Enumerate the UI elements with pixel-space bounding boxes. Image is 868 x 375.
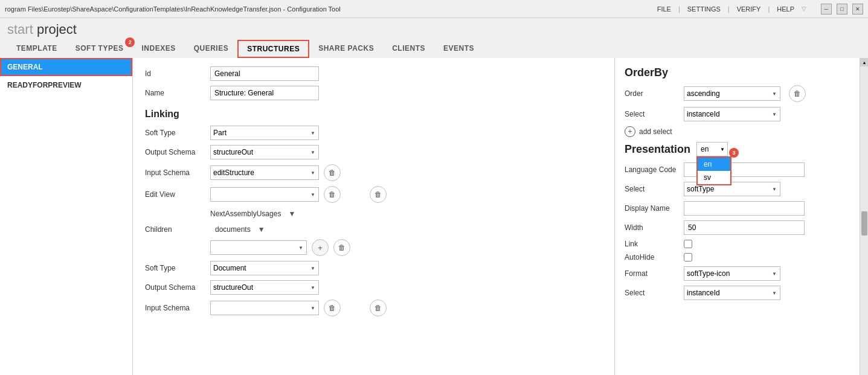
orderby-title: OrderBy <box>625 66 846 79</box>
id-row: Id <box>145 66 602 81</box>
display-name-label: Display Name <box>625 204 679 213</box>
select-label: Select <box>625 110 679 118</box>
input-schema-label: Input Schema <box>145 168 205 177</box>
sidebar-item-general[interactable]: GENERAL <box>0 58 132 76</box>
title-bar: rogram Files\Eurostep\ShareAspace\Config… <box>0 0 868 18</box>
menu-separator2: | <box>728 5 730 13</box>
select2-row: Select softType <box>625 182 846 196</box>
soft-type-label: Soft Type <box>145 129 205 137</box>
display-name-input[interactable] <box>684 201 805 216</box>
orderby-delete-button[interactable]: 🗑 <box>789 85 806 102</box>
output-schema2-select[interactable]: structureOut <box>210 280 319 295</box>
menu-help[interactable]: HELP <box>777 5 794 13</box>
tab-queries[interactable]: QUERIES <box>185 40 238 58</box>
tab-indexes[interactable]: INDEXES <box>132 40 184 58</box>
soft-type-row: Soft Type Part <box>145 126 602 140</box>
soft-type-select-wrapper: Part <box>210 126 319 140</box>
input-schema-delete-button[interactable]: 🗑 <box>324 164 341 181</box>
width-input[interactable] <box>684 220 805 235</box>
input-schema-row: Input Schema editStructure 🗑 <box>145 164 602 181</box>
next-assembly-text: NextAssemblyUsages <box>210 210 281 218</box>
edit-view-select[interactable] <box>210 187 319 202</box>
name-input[interactable] <box>210 86 319 100</box>
linking-delete-button[interactable]: 🗑 <box>370 186 387 203</box>
id-label: Id <box>145 69 205 78</box>
input-schema-select[interactable]: editStructure <box>210 165 319 180</box>
order-select[interactable]: ascending <box>684 86 780 101</box>
lang-option-sv[interactable]: sv <box>698 171 730 184</box>
lang-option-en[interactable]: en <box>698 158 730 171</box>
window-controls: ─ □ ✕ <box>821 4 863 14</box>
lang-badge: 3 <box>729 148 739 158</box>
tab-template[interactable]: TEMPLATE <box>7 40 66 58</box>
maximize-button[interactable]: □ <box>837 4 847 14</box>
input-schema2-delete-button[interactable]: 🗑 <box>324 300 341 316</box>
menu-verify[interactable]: VERIFY <box>737 5 761 13</box>
output-schema-select[interactable]: structureOut <box>210 145 319 159</box>
soft-type-select[interactable]: Part <box>210 126 319 140</box>
close-button[interactable]: ✕ <box>852 4 863 14</box>
format-row: Format softType-icon <box>625 266 846 281</box>
next-assembly-filter-icon[interactable]: ▼ <box>286 208 298 220</box>
next-assembly-row: NextAssemblyUsages ▼ <box>145 208 602 220</box>
input-schema2-label: Input Schema <box>145 304 205 312</box>
select3-select[interactable]: instanceId <box>684 286 780 300</box>
select-select[interactable]: instanceId <box>684 107 780 121</box>
add-select-label: add select <box>639 127 672 136</box>
lang-select-button[interactable]: en ▼ <box>696 142 728 156</box>
linking2-delete-button[interactable]: 🗑 <box>370 300 387 316</box>
children-select[interactable] <box>210 240 307 255</box>
width-row: Width <box>625 220 846 235</box>
order-row: Order ascending 🗑 <box>625 85 846 102</box>
documents-text: documents <box>215 225 251 234</box>
format-label: Format <box>625 269 679 278</box>
select-select-wrapper: instanceId <box>684 107 780 121</box>
input-schema2-select-wrapper <box>210 301 319 315</box>
tab-events[interactable]: EVENTS <box>434 40 483 58</box>
output-schema2-label: Output Schema <box>145 283 205 292</box>
tab-share-packs[interactable]: SHARE PACKS <box>309 40 383 58</box>
lang-dropdown-wrapper[interactable]: en ▼ 3 en sv <box>696 142 728 156</box>
scroll-up-arrow[interactable]: ▲ <box>860 58 868 66</box>
name-row: Name <box>145 86 602 100</box>
menu-separator: | <box>678 5 680 13</box>
tab-clients[interactable]: CLIENTS <box>383 40 434 58</box>
soft-type2-select[interactable]: Document <box>210 261 319 275</box>
autohide-checkbox[interactable] <box>684 253 692 261</box>
children-add-button[interactable]: + <box>312 239 329 256</box>
title-start: start <box>7 22 33 37</box>
sidebar-item-readyforpreview[interactable]: READYFORPREVIEW <box>0 76 132 94</box>
tab-soft-types[interactable]: SOFT TYPES 2 <box>66 40 133 58</box>
content-area: Id Name Linking Soft Type Part Output Sc… <box>133 58 614 375</box>
link-checkbox[interactable] <box>684 240 692 248</box>
display-name-row: Display Name <box>625 201 846 216</box>
children-row: Children documents ▼ <box>145 223 602 236</box>
menu-file[interactable]: FILE <box>657 5 671 13</box>
scroll-thumb <box>861 211 867 236</box>
menu-arrow: ▽ <box>802 5 806 12</box>
right-scrollbar[interactable]: ▲ <box>860 58 868 375</box>
input-schema-select-wrapper: editStructure <box>210 165 319 180</box>
select3-label: Select <box>625 289 679 297</box>
documents-filter-icon[interactable]: ▼ <box>256 223 268 236</box>
link-label: Link <box>625 240 679 248</box>
input-schema2-select[interactable] <box>210 301 319 315</box>
id-input[interactable] <box>210 66 319 81</box>
select-row: Select instanceId <box>625 107 846 121</box>
lang-code-label: Language Code <box>625 165 679 174</box>
presentation-row: Presentation en ▼ 3 en sv <box>625 142 846 156</box>
add-select-plus-icon[interactable]: + <box>625 126 635 137</box>
nav-tabs: TEMPLATE SOFT TYPES 2 INDEXES QUERIES ST… <box>7 40 861 58</box>
edit-view-delete-button[interactable]: 🗑 <box>324 186 341 203</box>
format-wrapper: softType-icon <box>684 266 780 281</box>
order-label: Order <box>625 89 679 98</box>
format-select[interactable]: softType-icon <box>684 266 780 281</box>
select3-wrapper: instanceId <box>684 286 780 300</box>
menu-settings[interactable]: SETTINGS <box>687 5 721 13</box>
menu-separator3: | <box>768 5 770 13</box>
output-schema-label: Output Schema <box>145 148 205 156</box>
add-select-row[interactable]: + add select <box>625 126 846 137</box>
minimize-button[interactable]: ─ <box>821 4 832 14</box>
tab-structures[interactable]: STRUCTURES <box>237 40 309 58</box>
children-delete-button[interactable]: 🗑 <box>333 239 350 256</box>
